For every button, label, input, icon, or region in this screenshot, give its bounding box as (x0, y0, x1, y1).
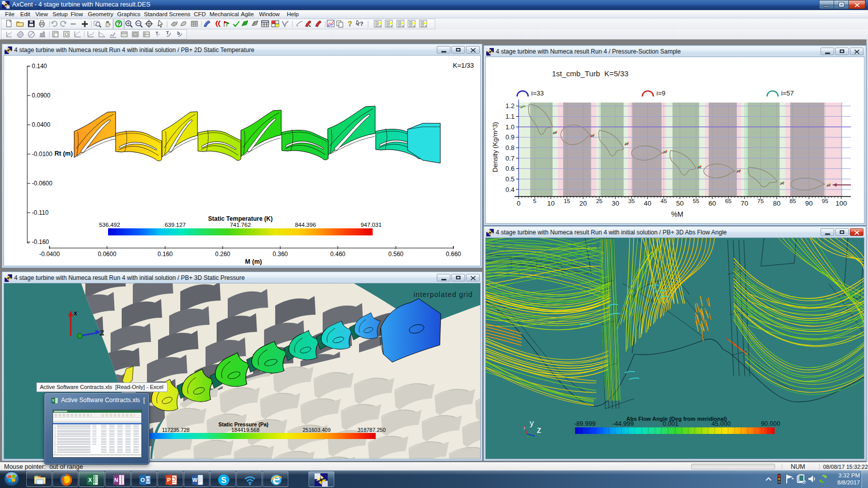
svg-text:S: S (221, 476, 227, 484)
svg-text:0.560: 0.560 (388, 251, 403, 258)
svg-text:0.660: 0.660 (446, 251, 461, 258)
svg-text:184419.568: 184419.568 (231, 427, 260, 433)
svg-text:25: 25 (596, 198, 602, 204)
svg-text:0.9: 0.9 (505, 133, 515, 141)
svg-text:X: X (88, 477, 92, 483)
svg-text:741.762: 741.762 (230, 222, 251, 228)
svg-text:90.000: 90.000 (761, 420, 780, 427)
svg-text:947.031: 947.031 (361, 222, 382, 228)
svg-text:639.127: 639.127 (165, 222, 186, 228)
svg-text:?: ? (348, 20, 352, 28)
svg-text:%M: %M (671, 210, 683, 218)
svg-text:b: b (177, 31, 180, 36)
svg-text:0.001: 0.001 (662, 420, 678, 427)
svg-text:?: ? (360, 21, 364, 27)
svg-text:30: 30 (611, 200, 619, 207)
svg-text:Rt (m): Rt (m) (55, 150, 73, 157)
svg-text:0.8: 0.8 (505, 144, 515, 152)
svg-text:45: 45 (660, 198, 667, 204)
svg-text:i=57: i=57 (781, 89, 794, 97)
svg-text:T: T (156, 31, 159, 36)
svg-text:0.140: 0.140 (32, 63, 47, 70)
svg-text:-0.0400: -0.0400 (39, 251, 60, 258)
svg-text:117235.728: 117235.728 (162, 427, 190, 433)
svg-text:10: 10 (547, 200, 554, 207)
svg-text:844.396: 844.396 (295, 222, 316, 228)
svg-text:1.0: 1.0 (505, 123, 515, 131)
svg-text:K=1/33: K=1/33 (453, 62, 474, 69)
svg-text:-0.160: -0.160 (32, 238, 49, 246)
svg-text:N: N (114, 477, 118, 483)
svg-text:90: 90 (805, 200, 813, 207)
svg-text:70: 70 (741, 200, 748, 207)
svg-text:0: 0 (517, 200, 521, 207)
svg-text:75: 75 (757, 198, 764, 204)
svg-text:318787.250: 318787.250 (358, 427, 386, 433)
svg-text:P: P (167, 477, 171, 483)
svg-text:i=33: i=33 (531, 89, 544, 97)
svg-text:z: z (537, 425, 541, 435)
svg-text:0.0600: 0.0600 (98, 251, 117, 258)
svg-text:x: x (74, 310, 77, 317)
svg-text:0.160: 0.160 (158, 251, 173, 258)
svg-text:y: y (530, 419, 534, 427)
svg-text:T: T (166, 30, 169, 35)
svg-text:0.460: 0.460 (330, 251, 345, 258)
svg-text:0.0900: 0.0900 (32, 92, 50, 99)
svg-text:W: W (192, 477, 198, 483)
svg-text:O: O (140, 477, 145, 483)
svg-text:0.260: 0.260 (215, 251, 230, 258)
svg-text:-44.999: -44.999 (612, 420, 634, 427)
svg-text:85: 85 (790, 198, 796, 204)
svg-text:interpolated grid: interpolated grid (414, 290, 473, 299)
svg-text:55: 55 (693, 198, 699, 204)
svg-text:45.000: 45.000 (711, 420, 731, 427)
svg-text:1.1: 1.1 (505, 113, 515, 120)
svg-text:Density (Kg/m^3): Density (Kg/m^3) (491, 122, 499, 172)
svg-text:1.2: 1.2 (505, 102, 515, 110)
svg-text:Z: Z (99, 328, 104, 337)
svg-text:0.360: 0.360 (273, 251, 288, 258)
svg-text:-89.999: -89.999 (574, 420, 595, 427)
svg-text:50: 50 (676, 200, 684, 207)
svg-text:Static Temperature (K): Static Temperature (K) (208, 215, 273, 222)
svg-text:0.7: 0.7 (505, 155, 515, 162)
svg-text:80: 80 (773, 200, 781, 207)
svg-text:0.5: 0.5 (505, 175, 515, 183)
svg-text:251603.409: 251603.409 (302, 427, 331, 433)
svg-text:40: 40 (644, 200, 651, 207)
svg-text:M (m): M (m) (245, 258, 262, 265)
svg-text:95: 95 (822, 198, 829, 204)
svg-text:20: 20 (579, 200, 587, 207)
svg-text:65: 65 (725, 198, 732, 204)
svg-text:100: 100 (836, 200, 847, 207)
svg-text:60: 60 (708, 200, 716, 207)
svg-text:35: 35 (628, 198, 635, 204)
svg-text:-0.0100: -0.0100 (32, 151, 53, 158)
svg-text:-0.110: -0.110 (32, 209, 48, 216)
svg-text:0.6: 0.6 (505, 165, 515, 172)
svg-text:15: 15 (564, 198, 570, 204)
svg-text:1st_cmb_Turb K=5/33: 1st_cmb_Turb K=5/33 (552, 69, 629, 78)
svg-text:?: ? (117, 21, 121, 27)
svg-text:5: 5 (533, 198, 536, 204)
svg-text:-0.0600: -0.0600 (32, 180, 53, 187)
svg-text:536.492: 536.492 (99, 222, 120, 228)
svg-text:0.0400: 0.0400 (32, 121, 50, 128)
svg-text:0.4: 0.4 (505, 186, 515, 193)
svg-text:i=9: i=9 (656, 89, 666, 97)
